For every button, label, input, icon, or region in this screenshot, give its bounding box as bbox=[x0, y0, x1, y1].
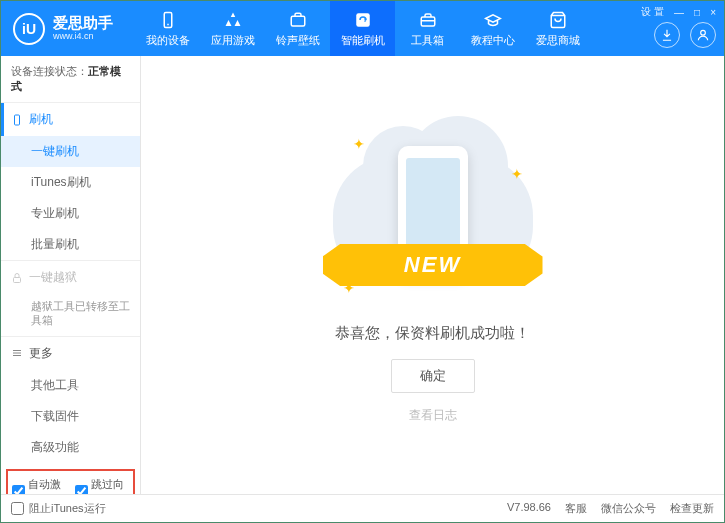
block-itunes-checkbox[interactable]: 阻止iTunes运行 bbox=[11, 501, 106, 516]
main-nav: 我的设备 应用游戏 铃声壁纸 智能刷机 工具箱 教程中心 爱思商城 bbox=[135, 1, 590, 56]
nav-apps[interactable]: 应用游戏 bbox=[200, 1, 265, 56]
refresh-icon bbox=[353, 10, 373, 30]
download-button[interactable] bbox=[654, 22, 680, 48]
bag-icon bbox=[548, 10, 568, 30]
app-subtitle: www.i4.cn bbox=[53, 32, 113, 42]
nav-my-device[interactable]: 我的设备 bbox=[135, 1, 200, 56]
update-link[interactable]: 检查更新 bbox=[670, 501, 714, 516]
footer: 阻止iTunes运行 V7.98.66 客服 微信公众号 检查更新 bbox=[1, 494, 724, 522]
view-log-link[interactable]: 查看日志 bbox=[409, 407, 457, 424]
ok-button[interactable]: 确定 bbox=[391, 359, 475, 393]
nav-toolbox[interactable]: 工具箱 bbox=[395, 1, 460, 56]
skip-guide-checkbox[interactable]: 跳过向导 bbox=[75, 477, 130, 494]
toolbox-icon bbox=[418, 10, 438, 30]
briefcase-icon bbox=[288, 10, 308, 30]
nav-ringtones[interactable]: 铃声壁纸 bbox=[265, 1, 330, 56]
nav-store[interactable]: 爱思商城 bbox=[525, 1, 590, 56]
phone-icon bbox=[158, 10, 178, 30]
sidebar-item-pro-flash[interactable]: 专业刷机 bbox=[1, 198, 140, 229]
nav-flash[interactable]: 智能刷机 bbox=[330, 1, 395, 56]
svg-rect-2 bbox=[291, 16, 305, 26]
auto-activate-checkbox[interactable]: 自动激活 bbox=[12, 477, 67, 494]
lock-icon bbox=[11, 272, 23, 284]
header-actions bbox=[654, 22, 716, 48]
svg-rect-7 bbox=[14, 277, 21, 282]
svg-rect-6 bbox=[15, 115, 20, 125]
logo: iU 爱思助手 www.i4.cn bbox=[1, 13, 125, 45]
svg-rect-3 bbox=[356, 13, 370, 27]
apps-icon bbox=[223, 10, 243, 30]
connection-status: 设备连接状态：正常模式 bbox=[1, 56, 140, 102]
maximize-button[interactable]: □ bbox=[694, 7, 700, 18]
sidebar-item-batch-flash[interactable]: 批量刷机 bbox=[1, 229, 140, 260]
jailbreak-note: 越狱工具已转移至工具箱 bbox=[1, 294, 140, 336]
success-message: 恭喜您，保资料刷机成功啦！ bbox=[335, 324, 530, 343]
header: iU 爱思助手 www.i4.cn 我的设备 应用游戏 铃声壁纸 智能刷机 工具… bbox=[1, 1, 724, 56]
success-illustration: ✦ ✦ ✦ NEW bbox=[333, 126, 533, 306]
sidebar-item-itunes-flash[interactable]: iTunes刷机 bbox=[1, 167, 140, 198]
sidebar-item-other-tools[interactable]: 其他工具 bbox=[1, 370, 140, 401]
close-button[interactable]: × bbox=[710, 7, 716, 18]
wechat-link[interactable]: 微信公众号 bbox=[601, 501, 656, 516]
service-link[interactable]: 客服 bbox=[565, 501, 587, 516]
phone-icon bbox=[11, 114, 23, 126]
logo-icon: iU bbox=[13, 13, 45, 45]
minimize-button[interactable]: — bbox=[674, 7, 684, 18]
sidebar-item-oneclick-flash[interactable]: 一键刷机 bbox=[1, 136, 140, 167]
sidebar-section-more[interactable]: 更多 bbox=[1, 337, 140, 370]
sidebar: 设备连接状态：正常模式 刷机 一键刷机 iTunes刷机 专业刷机 批量刷机 一… bbox=[1, 56, 141, 494]
options-box: 自动激活 跳过向导 bbox=[6, 469, 135, 494]
user-button[interactable] bbox=[690, 22, 716, 48]
graduation-icon bbox=[483, 10, 503, 30]
sidebar-section-jailbreak: 一键越狱 bbox=[1, 261, 140, 294]
app-title: 爱思助手 bbox=[53, 15, 113, 32]
nav-tutorial[interactable]: 教程中心 bbox=[460, 1, 525, 56]
svg-point-5 bbox=[701, 30, 706, 35]
new-ribbon: NEW bbox=[323, 244, 543, 286]
sidebar-item-download-fw[interactable]: 下载固件 bbox=[1, 401, 140, 432]
body: 设备连接状态：正常模式 刷机 一键刷机 iTunes刷机 专业刷机 批量刷机 一… bbox=[1, 56, 724, 494]
sidebar-item-advanced[interactable]: 高级功能 bbox=[1, 432, 140, 463]
app-window: iU 爱思助手 www.i4.cn 我的设备 应用游戏 铃声壁纸 智能刷机 工具… bbox=[0, 0, 725, 523]
sidebar-section-flash[interactable]: 刷机 bbox=[1, 103, 140, 136]
main-content: ✦ ✦ ✦ NEW 恭喜您，保资料刷机成功啦！ 确定 查看日志 bbox=[141, 56, 724, 494]
version-label: V7.98.66 bbox=[507, 501, 551, 516]
window-controls: 设 置 — □ × bbox=[641, 5, 716, 19]
menu-icon bbox=[11, 347, 23, 359]
settings-link[interactable]: 设 置 bbox=[641, 5, 664, 19]
